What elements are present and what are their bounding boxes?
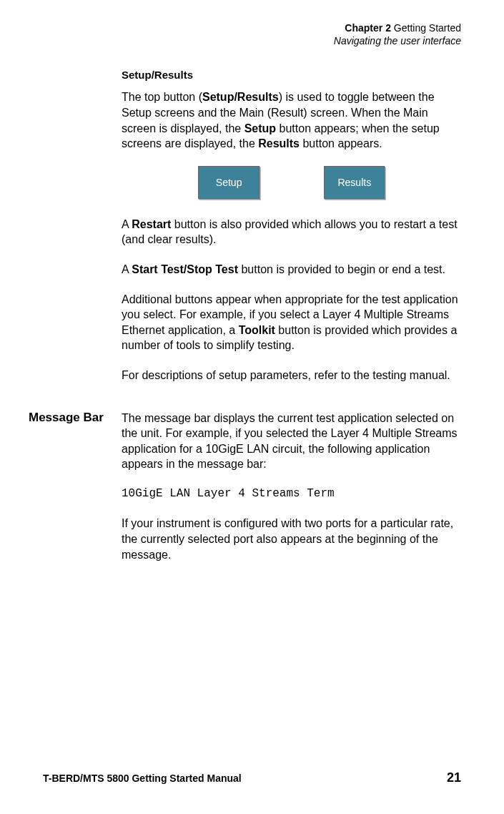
para-setup-results-intro: The top button (Setup/Results) is used t…	[122, 89, 461, 151]
para-message-bar-intro: The message bar displays the current tes…	[122, 411, 461, 472]
para-start-stop: A Start Test/Stop Test button is provide…	[122, 262, 461, 278]
footer-page-number: 21	[447, 770, 461, 785]
page-header: Chapter 2 Getting Started Navigating the…	[29, 21, 461, 47]
message-bar-label: Message Bar	[29, 411, 104, 425]
setup-button[interactable]: Setup	[198, 166, 260, 199]
para-restart: A Restart button is also provided which …	[122, 217, 461, 247]
results-button[interactable]: Results	[324, 166, 385, 199]
message-bar-section: Message Bar The message bar displays the…	[122, 411, 461, 563]
para-refer-manual: For descriptions of setup parameters, re…	[122, 368, 461, 383]
chapter-line: Chapter 2 Getting Started	[29, 21, 461, 34]
para-toolkit: Additional buttons appear when appropria…	[122, 292, 461, 353]
button-row: Setup Results	[122, 166, 461, 199]
main-content: Setup/Results The top button (Setup/Resu…	[122, 69, 461, 562]
chapter-title: Getting Started	[394, 22, 461, 34]
para-message-bar-ports: If your instrument is configured with tw…	[122, 516, 461, 562]
section-heading-setup-results: Setup/Results	[122, 69, 461, 81]
footer-manual-title: T-BERD/MTS 5800 Getting Started Manual	[43, 773, 242, 784]
chapter-label: Chapter 2	[345, 22, 391, 34]
header-subtitle: Navigating the user interface	[29, 34, 461, 47]
message-bar-example: 10GigE LAN Layer 4 Streams Term	[122, 486, 461, 502]
page-footer: T-BERD/MTS 5800 Getting Started Manual 2…	[43, 770, 461, 785]
